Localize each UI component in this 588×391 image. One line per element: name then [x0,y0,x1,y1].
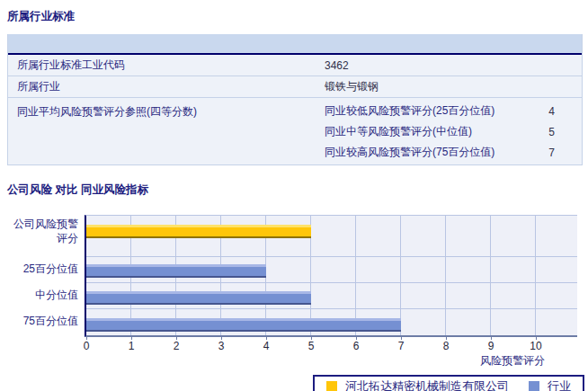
x-axis-title: 风险预警评分 [86,353,577,369]
row-value: 3462 [325,59,582,72]
row-label: 所属行业 [8,79,325,94]
y-axis-labels: 公司风险预警评分25百分位值中分位值75百分位值 [7,215,85,337]
plot-area [85,215,577,337]
table-row: 同业平均风险预警评分参照(四等分数) 同业较低风险预警评分(25百分位值) 4 … [8,98,582,164]
subrow: 同业中等风险预警评分(中位值) 5 [325,121,582,142]
category-band [86,283,577,309]
x-axis: 012345678910 [86,337,577,352]
row-value: 锻铁与锻钢 [325,79,582,94]
risk-bar-chart: 公司风险预警评分25百分位值中分位值75百分位值 012345678910 风险… [7,215,583,391]
tick-label: 0 [84,340,90,352]
section1-title: 所属行业标准 [7,9,583,24]
category-band [86,309,577,335]
industry-legend-label: 行业 [548,378,571,391]
category-label: 25百分位值 [7,256,85,282]
tick-label: 6 [353,340,360,352]
subrow-label: 同业较低风险预警评分(25百分位值) [325,103,494,119]
tick-label: 10 [530,340,541,352]
tick-label: 7 [398,340,405,352]
table-row: 所属行业标准工业代码 3462 [8,55,582,76]
table-row: 所属行业 锻铁与锻钢 [8,76,582,98]
tick-label: 5 [308,340,315,352]
subrow-label: 同业中等风险预警评分(中位值) [325,124,472,139]
chart-body: 公司风险预警评分25百分位值中分位值75百分位值 [7,215,583,337]
tick-label: 3 [218,340,225,352]
industry-standard-table: 所属行业标准工业代码 3462 所属行业 锻铁与锻钢 同业平均风险预警评分参照(… [7,34,583,165]
row-label: 同业平均风险预警评分参照(四等分数) [8,101,325,120]
subrow: 同业较高风险预警评分(75百分位值) 7 [325,142,582,163]
tick-label: 1 [129,340,135,352]
industry-bar [86,291,311,305]
subrow-value: 5 [548,126,582,138]
subrow: 同业较低风险预警评分(25百分位值) 4 [325,101,582,121]
industry-bar [86,318,401,332]
company-legend-swatch [326,381,337,391]
subrow-value: 4 [548,105,582,118]
category-band [86,257,577,283]
tick-label: 4 [263,340,270,352]
company-legend-label: 河北拓达精密机械制造有限公司 [345,378,509,391]
category-label: 公司风险预警评分 [7,215,85,256]
subrow-value: 7 [548,147,582,159]
row-label: 所属行业标准工业代码 [8,58,325,73]
company-bar [86,225,311,238]
category-label: 中分位值 [7,282,85,308]
category-label: 75百分位值 [7,308,85,334]
industry-bar [86,264,266,278]
tick-label: 8 [443,340,450,352]
tick-label: 2 [174,340,180,352]
quartile-subrows: 同业较低风险预警评分(25百分位值) 4 同业中等风险预警评分(中位值) 5 同… [325,101,582,163]
report-page: 所属行业标准 所属行业标准工业代码 3462 所属行业 锻铁与锻钢 同业平均风险… [0,0,588,391]
table-header-band [8,34,582,55]
category-band [86,216,577,257]
chart-legend: 河北拓达精密机械制造有限公司 行业 [313,375,584,391]
section2-title: 公司风险 对比 同业风险指标 [7,182,583,198]
subrow-label: 同业较高风险预警评分(75百分位值) [325,145,494,160]
industry-legend-swatch [529,381,539,391]
tick-label: 9 [488,340,494,352]
